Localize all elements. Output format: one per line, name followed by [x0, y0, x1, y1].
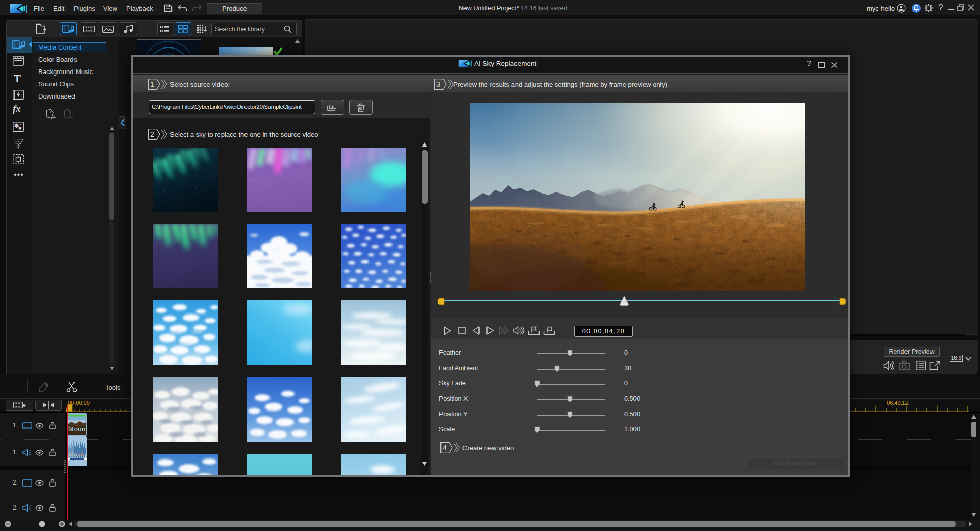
svg-text:Moun: Moun	[69, 451, 84, 457]
svg-text:Moun: Moun	[68, 426, 85, 433]
svg-text:3: 3	[436, 80, 440, 88]
svg-text:✽: ✽	[18, 126, 22, 131]
svg-text:4: 4	[443, 444, 447, 452]
svg-text:1: 1	[150, 80, 154, 88]
